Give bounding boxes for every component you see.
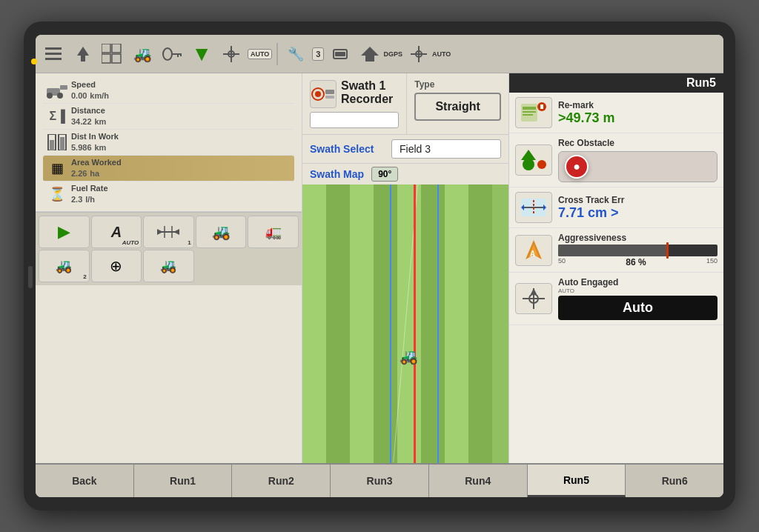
distance-icon: Σ▐ [43, 110, 71, 123]
svg-rect-17 [335, 52, 345, 56]
rec-obstacle-icon [515, 144, 552, 176]
speed-stat: Speed 0.00 km/h [43, 78, 294, 104]
usb-icon[interactable] [327, 41, 354, 67]
aggressiveness-fill [558, 245, 666, 256]
svg-rect-25 [60, 85, 67, 90]
tractor-btn1[interactable]: 🚜 [196, 216, 247, 248]
swath-recorder-bar [310, 112, 399, 128]
area-worked-info: Area Worked 2.26 ha [71, 158, 294, 179]
svg-text:A: A [530, 250, 535, 258]
a-marker-btn[interactable]: A AUTO [91, 216, 142, 248]
svg-rect-37 [325, 90, 334, 94]
auto-engaged-sub: AUTO [558, 287, 717, 294]
type-label: Type [414, 79, 501, 90]
screen: 🚜 ▼ AUTO [36, 35, 723, 497]
stats-section: Speed 0.00 km/h Σ▐ Distance 34.22 km [36, 73, 302, 212]
aggressiveness-content: Aggressiveness 50 86 % 150 [558, 233, 717, 267]
top-toolbar: 🚜 ▼ AUTO [36, 35, 723, 73]
svg-marker-3 [77, 47, 89, 56]
speed-label: Speed [71, 80, 294, 89]
auto-engaged-item: Auto Engaged AUTO Auto [509, 273, 723, 325]
cross-track-content: Cross Track Err 7.71 cm > [558, 195, 717, 221]
remark-item: Re-mark >49.73 m [509, 93, 723, 133]
cross-track-value: 7.71 cm > [558, 205, 717, 221]
svg-point-47 [537, 160, 546, 169]
svg-rect-2 [45, 58, 62, 60]
rec-obstacle-controls: ● [558, 151, 717, 182]
guide-line-2 [437, 184, 439, 463]
status-led [31, 59, 37, 64]
svg-rect-27 [50, 140, 54, 150]
tractor-small-icon[interactable]: 🚜 [129, 41, 156, 67]
wrench-icon[interactable]: 🔧 [282, 41, 309, 67]
auto-badge: AUTO [248, 49, 272, 59]
distance-value: 34.22 km [71, 115, 294, 127]
crosshair-icon[interactable] [218, 41, 245, 67]
tab-run5[interactable]: Run5 [528, 465, 626, 497]
rec-obstacle-item: Rec Obstacle ● [509, 133, 723, 187]
aggressiveness-min: 50 [558, 257, 566, 267]
dist-work-info: Dist In Work 5.986 km [71, 132, 294, 153]
speed-info: Speed 0.00 km/h [71, 80, 294, 101]
remark-content: Re-mark >49.73 m [558, 100, 717, 126]
menu-icon[interactable] [40, 41, 67, 67]
left-panel: Speed 0.00 km/h Σ▐ Distance 34.22 km [36, 73, 302, 463]
svg-point-45 [523, 159, 534, 170]
swath-select-value[interactable]: Field 3 [391, 139, 501, 159]
svg-point-24 [57, 93, 63, 99]
tab-run4[interactable]: Run4 [429, 465, 528, 497]
auto-crosshair-icon[interactable] [405, 41, 432, 67]
speed-icon [43, 82, 71, 99]
tab-run6[interactable]: Run6 [626, 465, 723, 497]
right-sidebar: Run5 Re-mark [508, 73, 723, 463]
type-value-btn[interactable]: Straight [414, 93, 501, 121]
svg-rect-6 [112, 44, 121, 53]
tab-run2[interactable]: Run2 [232, 465, 331, 497]
rec-obstacle-content: Rec Obstacle ● [558, 138, 717, 182]
auto-engaged-label: Auto Engaged [558, 277, 717, 287]
svg-rect-7 [102, 54, 110, 63]
aggressiveness-value: 86 % [626, 257, 646, 267]
svg-rect-42 [523, 114, 533, 116]
dgps-icon[interactable] [357, 41, 383, 67]
svg-rect-40 [523, 107, 536, 110]
tab-back[interactable]: Back [36, 465, 134, 497]
grid-tractor-icon[interactable] [99, 41, 126, 67]
fuel-value: 2.3 l/h [71, 193, 294, 205]
svg-rect-38 [325, 96, 334, 99]
svg-rect-5 [102, 44, 110, 53]
swath-map-label: Swath Map [310, 168, 364, 180]
swath-width-btn[interactable]: 1 [143, 216, 194, 248]
swath-map-angle: 90° [371, 167, 398, 182]
remark-value: >49.73 m [558, 110, 717, 126]
aggressiveness-icon: A [515, 235, 552, 266]
aggressiveness-item: A Aggressiveness 50 86 % [509, 228, 723, 273]
target-btn[interactable]: ⊕ [91, 250, 142, 282]
up-arrow-icon[interactable] [70, 41, 96, 67]
area-worked-label: Area Worked [71, 158, 294, 167]
svg-point-36 [315, 91, 321, 97]
tab-run1[interactable]: Run1 [134, 465, 233, 497]
auto-engaged-value: Auto [558, 296, 717, 320]
tab-run3[interactable]: Run3 [331, 465, 429, 497]
left-bottom-toolbar: ▶ A AUTO 1 [36, 212, 302, 285]
tractor-btn4[interactable]: 🚜 [143, 250, 194, 282]
tractor-btn3[interactable]: 🚜 2 [39, 250, 90, 282]
fuel-info: Fuel Rate 2.3 l/h [71, 184, 294, 205]
svg-marker-31 [157, 229, 163, 235]
svg-rect-29 [60, 137, 64, 150]
type-section: Type Straight [407, 73, 508, 134]
tractor-btn2[interactable]: 🚛 [248, 216, 299, 248]
green-down-arrow-icon[interactable]: ▼ [188, 41, 215, 67]
play-btn[interactable]: ▶ [39, 216, 90, 248]
side-button[interactable] [28, 266, 33, 288]
aggressiveness-label: Aggressiveness [558, 233, 717, 243]
aggressiveness-marker [666, 242, 669, 259]
key-icon[interactable] [159, 41, 185, 67]
swath-map-section: Swath Map 90° [302, 164, 508, 463]
swath-recorder-title: Swath 1 Recorder [341, 79, 399, 106]
dist-work-label: Dist In Work [71, 132, 294, 141]
svg-rect-41 [523, 111, 536, 113]
rec-obstacle-btn[interactable]: ● [565, 155, 589, 179]
swath-recorder-row: Swath 1 Recorder Type Straight [302, 73, 508, 135]
